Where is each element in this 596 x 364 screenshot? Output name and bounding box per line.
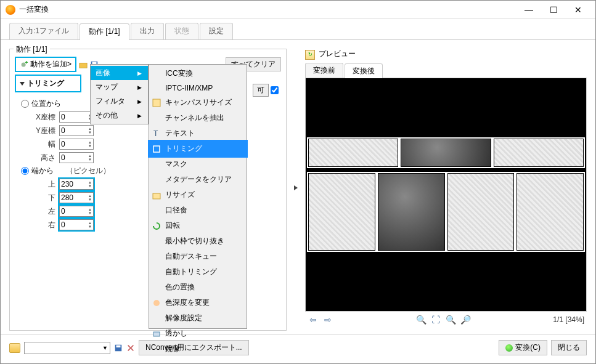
- add-action-label: 動作を追加>: [30, 59, 71, 70]
- action-item-label: トリミング: [27, 78, 64, 89]
- permission-badge: 可: [253, 84, 269, 97]
- zoom-actual-icon[interactable]: 🔍: [445, 314, 456, 325]
- menu-item-resize[interactable]: リサイズ: [149, 187, 247, 203]
- resize-icon: [152, 191, 161, 200]
- action-category-menu: 画像▶ マップ▶ フィルタ▶ その他▶: [90, 64, 149, 124]
- svg-point-11: [153, 300, 160, 306]
- open-folder-icon[interactable]: [9, 343, 20, 353]
- zoom-in-icon[interactable]: 🔍: [415, 314, 427, 325]
- gear-plus-icon: [20, 60, 28, 69]
- menu-item-watermark[interactable]: 透かし: [149, 326, 247, 341]
- x-label: X座標: [31, 112, 55, 123]
- page-indicator: 1/1 [34%]: [553, 315, 584, 324]
- canvas-icon: [152, 99, 161, 107]
- from-position-radio[interactable]: [21, 100, 29, 108]
- top-spinner[interactable]: 230▲▼: [59, 179, 94, 190]
- right-spinner[interactable]: 0▲▼: [59, 219, 94, 230]
- tab-before[interactable]: 変換前: [305, 63, 343, 78]
- rotate-icon: [152, 222, 161, 230]
- next-page-icon[interactable]: ⇨: [322, 314, 333, 325]
- expand-arrow[interactable]: [287, 45, 305, 331]
- save-preset-icon[interactable]: [114, 344, 123, 352]
- permission-checkbox[interactable]: [271, 86, 279, 94]
- x-spinner[interactable]: 0▲▼: [59, 111, 94, 123]
- preview-label: プレビュー: [319, 49, 356, 59]
- tab-output[interactable]: 出力: [131, 23, 164, 39]
- menu-item-replace[interactable]: 色の置換: [149, 280, 247, 295]
- svg-rect-14: [116, 345, 121, 347]
- svg-rect-3: [80, 63, 87, 68]
- menu-item-mirror[interactable]: 鏡像: [149, 341, 247, 357]
- menu-item-rotate[interactable]: 回転: [149, 218, 247, 233]
- svg-rect-12: [153, 332, 160, 336]
- load-icon[interactable]: [79, 60, 88, 69]
- from-edge-label: 端から: [31, 166, 54, 176]
- zoom-out-icon[interactable]: 🔎: [460, 314, 471, 325]
- close-button[interactable]: ✕: [566, 1, 590, 18]
- svg-text:T: T: [153, 129, 158, 138]
- menu-item-extract[interactable]: チャンネルを抽出: [149, 110, 247, 126]
- refresh-preview-icon[interactable]: ↻: [305, 50, 315, 60]
- y-spinner[interactable]: 0▲▼: [59, 125, 94, 136]
- svg-point-0: [22, 62, 26, 67]
- preview-image: [305, 78, 587, 312]
- menu-item-deskew[interactable]: 自動デスキュー: [149, 249, 247, 264]
- image-actions-menu: ICC変換 IPTC-IIM/XMP キャンパスリサイズ チャンネルを抽出 Tテ…: [149, 64, 247, 329]
- bottom-spinner[interactable]: 280▲▼: [59, 192, 94, 203]
- right-label: 右: [31, 220, 55, 230]
- tab-settings[interactable]: 設定: [200, 23, 233, 39]
- left-spinner[interactable]: 0▲▼: [59, 206, 94, 217]
- h-label: 高さ: [31, 153, 55, 163]
- menu-item-map[interactable]: マップ▶: [91, 80, 148, 94]
- close-dialog-button[interactable]: 閉じる: [551, 340, 587, 355]
- collapse-icon: [20, 82, 25, 86]
- actions-panel: 動作 [1/1] 動作を追加> すべてクリア 可 トリミング 位: [9, 49, 287, 331]
- menu-item-resolution[interactable]: 解像度設定: [149, 310, 247, 326]
- tab-input[interactable]: 入力:1ファイル: [9, 23, 78, 39]
- actions-panel-label: 動作 [1/1]: [14, 44, 50, 55]
- preset-combo[interactable]: ▼: [24, 342, 110, 354]
- maximize-button[interactable]: ☐: [541, 1, 566, 18]
- from-edge-radio[interactable]: [21, 167, 29, 175]
- menu-item-mask[interactable]: マスク: [149, 156, 247, 172]
- crop-icon: [152, 145, 161, 153]
- menu-item-vignette[interactable]: 口径食: [149, 203, 247, 218]
- menu-item-depth[interactable]: 色深度を変更: [149, 295, 247, 310]
- action-item-trimming[interactable]: トリミング: [15, 75, 81, 92]
- left-label: 左: [31, 206, 55, 217]
- w-spinner[interactable]: 0▲▼: [59, 139, 94, 150]
- preview-panel: ↻ プレビュー 変換前 変換後 ⇦ ⇨ 🔍 ⛶ 🔍 🔎 1/1 [34%]: [305, 49, 587, 331]
- tab-after[interactable]: 変換後: [345, 63, 383, 78]
- tab-action[interactable]: 動作 [1/1]: [80, 23, 129, 40]
- text-icon: T: [152, 129, 161, 138]
- fit-icon[interactable]: ⛶: [430, 314, 441, 325]
- menu-item-other[interactable]: その他▶: [91, 108, 148, 123]
- menu-item-iptc[interactable]: IPTC-IIM/XMP: [149, 81, 247, 95]
- menu-item-metaclear[interactable]: メタデータをクリア: [149, 172, 247, 187]
- permission-row: 可: [253, 84, 279, 97]
- menu-item-autotrim[interactable]: 自動トリミング: [149, 264, 247, 280]
- top-label: 上: [31, 179, 55, 190]
- menu-item-filter[interactable]: フィルタ▶: [91, 94, 148, 108]
- unit-label: （ピクセル）: [66, 166, 110, 176]
- menu-item-mincrop[interactable]: 最小枠で切り抜き: [149, 233, 247, 249]
- app-icon: [6, 5, 15, 15]
- menu-item-canvas[interactable]: キャンパスリサイズ: [149, 95, 247, 110]
- add-action-button[interactable]: 動作を追加>: [15, 57, 76, 72]
- preview-toolbar: ⇦ ⇨ 🔍 ⛶ 🔍 🔎 1/1 [34%]: [305, 312, 587, 325]
- h-spinner[interactable]: 0▲▼: [59, 152, 94, 163]
- delete-preset-icon[interactable]: [126, 344, 135, 352]
- watermark-icon: [152, 330, 161, 338]
- convert-button[interactable]: 変換(C): [499, 340, 547, 355]
- minimize-button[interactable]: —: [516, 1, 541, 18]
- menu-item-trimming[interactable]: トリミング: [149, 141, 247, 156]
- bottom-label: 下: [31, 193, 55, 203]
- menu-item-icc[interactable]: ICC変換: [149, 66, 247, 81]
- y-label: Y座標: [31, 126, 55, 136]
- from-position-label: 位置から: [31, 99, 61, 109]
- bottom-toolbar: ▼ NConvert用にエクスポート... 変換(C) 閉じる: [1, 334, 595, 360]
- menu-item-image[interactable]: 画像▶: [91, 66, 148, 80]
- menu-item-text[interactable]: Tテキスト: [149, 126, 247, 141]
- prev-page-icon[interactable]: ⇦: [308, 314, 319, 325]
- palette-icon: [152, 299, 161, 307]
